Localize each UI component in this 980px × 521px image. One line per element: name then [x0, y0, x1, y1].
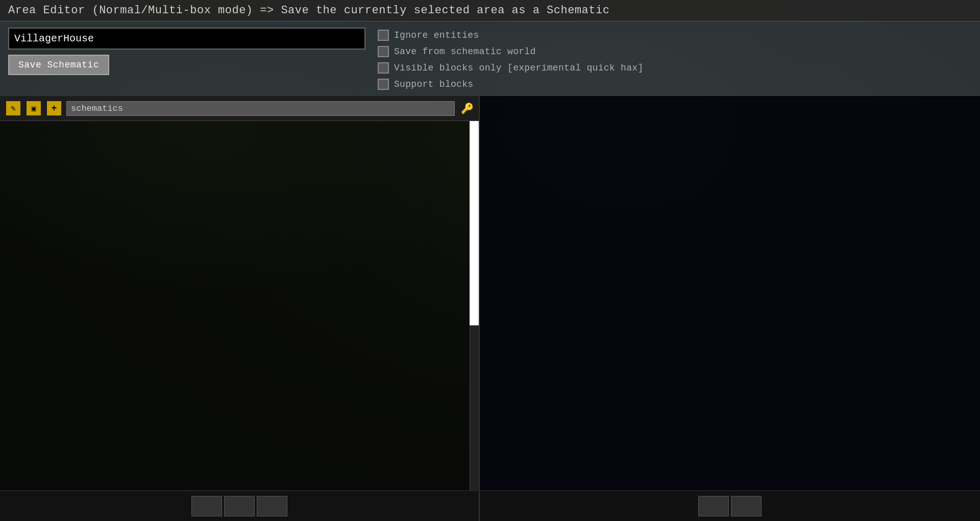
- checkbox-ignore-entities[interactable]: [378, 30, 389, 41]
- checkbox-item-support-blocks[interactable]: Support blocks: [378, 79, 643, 90]
- checkbox-label-ignore-entities: Ignore entities: [394, 30, 479, 40]
- browser-toolbar: ✎ ▣ + 🔑: [0, 96, 479, 121]
- checkbox-item-visible-blocks-only[interactable]: Visible blocks only [experimental quick …: [378, 62, 643, 74]
- checkbox-support-blocks[interactable]: [378, 79, 389, 90]
- checkbox-label-visible-blocks-only: Visible blocks only [experimental quick …: [394, 63, 643, 73]
- checkbox-item-save-from-schematic-world[interactable]: Save from schematic world: [378, 46, 643, 57]
- checkbox-label-save-from-schematic-world: Save from schematic world: [394, 46, 536, 57]
- checkbox-visible-blocks-only[interactable]: [378, 62, 389, 74]
- edit-icon-button[interactable]: ✎: [5, 100, 21, 116]
- ui-overlay: Area Editor (Normal/Multi-box mode) => S…: [0, 0, 980, 521]
- h-scroll-btn-3[interactable]: [257, 496, 287, 516]
- folder-icon-button[interactable]: ▣: [26, 100, 42, 116]
- browser-container: ✎ ▣ + 🔑: [0, 96, 980, 521]
- save-schematic-button[interactable]: Save Schematic: [8, 55, 109, 75]
- new-folder-plus-icon: +: [52, 103, 57, 113]
- new-folder-icon-button[interactable]: +: [46, 100, 62, 116]
- scrollbar-track[interactable]: [470, 121, 479, 490]
- h-scroll-btn-2[interactable]: [224, 496, 255, 516]
- preview-scroll-btn-2[interactable]: [731, 496, 762, 516]
- checkbox-label-support-blocks: Support blocks: [394, 79, 473, 89]
- preview-area: [480, 96, 980, 490]
- preview-bottom-scroll: [480, 490, 980, 521]
- checkboxes-area: Ignore entities Save from schematic worl…: [378, 30, 643, 90]
- edit-icon: ✎: [11, 103, 16, 113]
- file-browser: ✎ ▣ + 🔑: [0, 96, 480, 521]
- title-bar: Area Editor (Normal/Multi-box mode) => S…: [0, 0, 980, 21]
- horizontal-scrollbar: [0, 490, 479, 521]
- file-list-area[interactable]: [0, 121, 479, 490]
- page-title: Area Editor (Normal/Multi-box mode) => S…: [8, 4, 609, 17]
- scrollbar-thumb[interactable]: [470, 121, 479, 325]
- h-scroll-btn-1[interactable]: [191, 496, 222, 516]
- left-controls: Save Schematic: [8, 28, 365, 75]
- preview-panel: [480, 96, 980, 521]
- schematic-name-input[interactable]: [8, 28, 365, 50]
- browser-path-input[interactable]: [66, 101, 455, 116]
- search-icon[interactable]: 🔑: [461, 102, 474, 115]
- top-controls: Save Schematic Ignore entities Save from…: [0, 21, 980, 96]
- checkbox-save-from-schematic-world[interactable]: [378, 46, 389, 57]
- preview-scroll-btn-1[interactable]: [698, 496, 729, 516]
- checkbox-item-ignore-entities[interactable]: Ignore entities: [378, 30, 643, 41]
- folder-icon: ▣: [32, 104, 36, 113]
